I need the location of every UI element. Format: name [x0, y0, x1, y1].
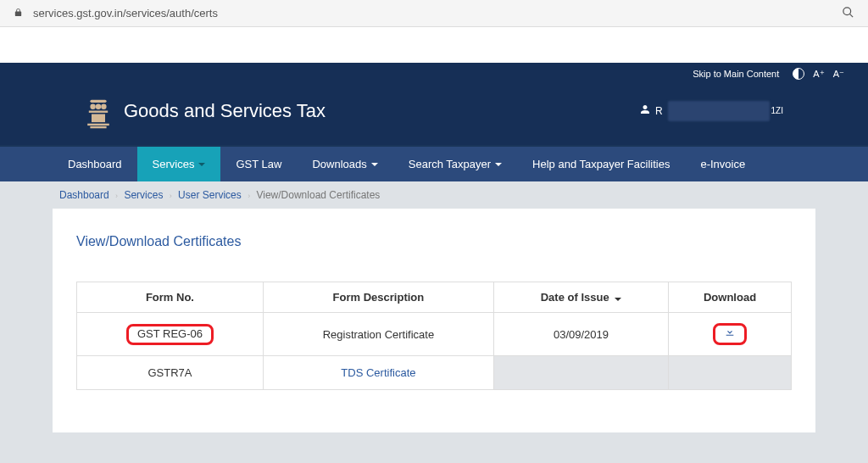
font-increase[interactable]: A⁺: [813, 69, 824, 80]
svg-line-1: [849, 14, 853, 17]
nav-help[interactable]: Help and Taxpayer Facilities: [517, 147, 685, 181]
caret-down-icon: [371, 163, 378, 166]
table-row: GST REG-06Registration Certificate03/09/…: [77, 313, 792, 356]
breadcrumb-user-services[interactable]: User Services: [178, 189, 242, 201]
cell-date-of-issue: [493, 356, 668, 390]
svg-rect-2: [90, 100, 106, 103]
site-title: Goods and Services Tax: [124, 100, 326, 122]
svg-point-4: [96, 104, 101, 109]
breadcrumb-services[interactable]: Services: [124, 189, 163, 201]
accessibility-bar: Skip to Main Content A⁺ A⁻: [0, 63, 868, 85]
breadcrumb-sep: ›: [248, 192, 250, 200]
sort-desc-icon: [615, 298, 621, 301]
nav-search-taxpayer[interactable]: Search Taxpayer: [393, 147, 517, 181]
browser-url-bar: services.gst.gov.in/services/auth/certs: [0, 0, 868, 27]
nav-downloads[interactable]: Downloads: [297, 147, 392, 181]
india-emblem-icon: [85, 92, 112, 130]
cell-form-description: TDS Certificate: [263, 356, 493, 390]
nav-downloads-label: Downloads: [312, 158, 366, 170]
table-row: GSTR7ATDS Certificate: [77, 356, 792, 390]
th-form-no: Form No.: [77, 282, 264, 313]
nav-services-label: Services: [153, 158, 195, 170]
user-name-blurred: [668, 101, 770, 121]
nav-services[interactable]: Services: [137, 147, 221, 181]
breadcrumb-sep: ›: [170, 192, 172, 200]
cell-download: [669, 356, 792, 390]
svg-rect-7: [92, 114, 105, 123]
breadcrumb-sep: ›: [115, 192, 118, 200]
svg-rect-8: [87, 124, 109, 126]
cell-form-description: Registration Certificate: [263, 313, 493, 356]
user-prefix: R: [655, 105, 663, 117]
font-decrease[interactable]: A⁻: [833, 69, 844, 80]
cell-form-no: GST REG-06: [77, 313, 264, 356]
svg-point-5: [101, 104, 106, 109]
nav-search-taxpayer-label: Search Taxpayer: [409, 158, 491, 170]
highlight-box: GST REG-06: [126, 324, 214, 345]
contrast-icon[interactable]: [793, 68, 804, 80]
caret-down-icon: [198, 163, 205, 166]
svg-point-3: [90, 104, 95, 109]
th-date-of-issue-label: Date of Issue: [541, 291, 609, 304]
search-icon[interactable]: [842, 6, 854, 21]
svg-rect-6: [89, 111, 108, 113]
cell-form-no: GSTR7A: [77, 356, 264, 390]
certificates-table: Form No. Form Description Date of Issue …: [76, 282, 792, 390]
nav-einvoice[interactable]: e-Invoice: [685, 147, 760, 181]
nav-gst-law[interactable]: GST Law: [220, 147, 297, 181]
page-title: View/Download Certificates: [76, 234, 792, 249]
download-icon: [724, 327, 736, 340]
main-card: View/Download Certificates Form No. Form…: [53, 209, 815, 432]
breadcrumb-current: View/Download Certificates: [256, 189, 380, 201]
user-menu[interactable]: R 1ZI: [640, 101, 783, 121]
skip-link[interactable]: Skip to Main Content: [693, 69, 779, 79]
breadcrumb: Dashboard › Services › User Services › V…: [53, 181, 815, 209]
main-nav: Dashboard Services GST Law Downloads Sea…: [0, 145, 868, 181]
form-description-link[interactable]: TDS Certificate: [341, 366, 415, 379]
svg-point-0: [843, 7, 851, 14]
th-form-description: Form Description: [263, 282, 493, 313]
user-suffix: 1ZI: [771, 106, 783, 115]
th-download: Download: [669, 282, 792, 313]
download-button[interactable]: [713, 323, 747, 345]
cell-date-of-issue: 03/09/2019: [493, 313, 668, 356]
url-text[interactable]: services.gst.gov.in/services/auth/certs: [33, 7, 832, 20]
site-header: Goods and Services Tax R 1ZI: [0, 85, 868, 145]
cell-download: [669, 313, 792, 356]
breadcrumb-dashboard[interactable]: Dashboard: [59, 189, 109, 201]
svg-rect-9: [90, 126, 106, 128]
caret-down-icon: [495, 163, 502, 166]
nav-dashboard[interactable]: Dashboard: [53, 147, 137, 181]
white-strip: [0, 27, 868, 63]
th-date-of-issue[interactable]: Date of Issue: [493, 282, 668, 313]
user-icon: [640, 104, 650, 117]
lock-icon: [14, 7, 23, 20]
